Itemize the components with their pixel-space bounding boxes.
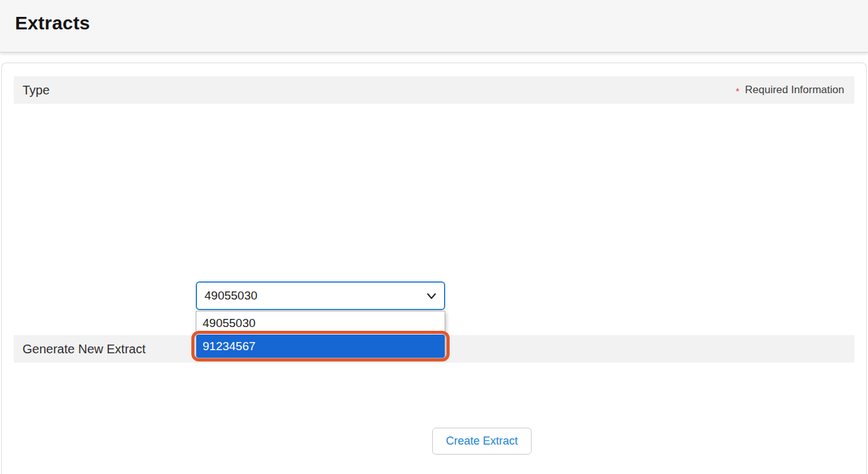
generate-section-title: Generate New Extract bbox=[23, 335, 146, 363]
type-section-title: Type bbox=[23, 76, 49, 104]
page-header: Extracts bbox=[0, 0, 868, 53]
ndis-registration-number-select[interactable]: 49055030 bbox=[196, 281, 445, 310]
ndis-dropdown-list: 49055030 91234567 bbox=[196, 311, 445, 358]
chevron-down-icon bbox=[426, 293, 437, 300]
create-extract-button[interactable]: Create Extract bbox=[432, 428, 532, 455]
content-card bbox=[1, 63, 867, 474]
required-asterisk: * bbox=[735, 86, 739, 96]
dropdown-option-highlighted[interactable]: 91234567 bbox=[196, 335, 445, 358]
type-section-header: Type * Required Information bbox=[14, 76, 854, 104]
dropdown-option[interactable]: 49055030 bbox=[196, 311, 445, 335]
required-note: * Required Information bbox=[735, 76, 844, 104]
ndis-registration-number-value: 49055030 bbox=[204, 289, 421, 303]
page-title: Extracts bbox=[15, 13, 90, 34]
required-note-text: Required Information bbox=[745, 84, 844, 96]
annotation-ring bbox=[191, 331, 450, 361]
